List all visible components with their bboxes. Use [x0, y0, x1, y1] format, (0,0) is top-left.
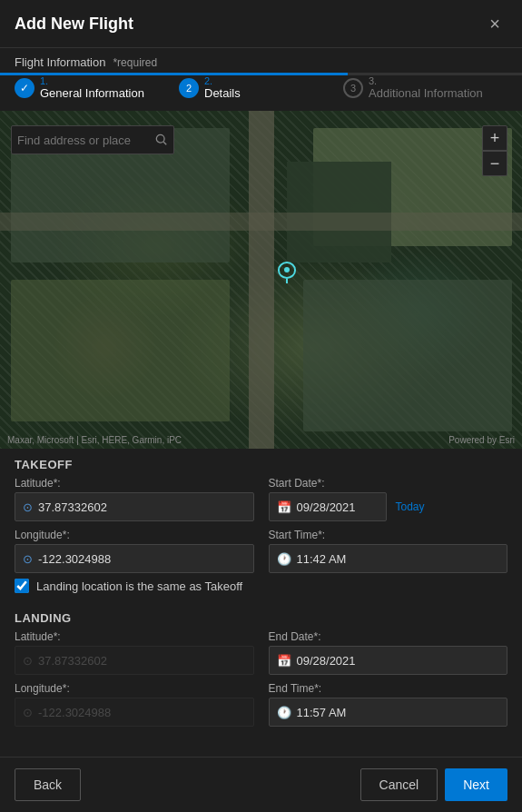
start-date-field: Start Date*: 📅 09/28/2021 Today: [269, 477, 508, 521]
end-time-input-wrapper[interactable]: 🕐 11:57 AM: [269, 698, 508, 727]
step-2[interactable]: 2 2. Details: [179, 75, 343, 104]
start-date-value: 09/28/2021: [297, 500, 356, 514]
takeoff-row-1: Latitude*: ⊙ Longitude*: ⊙: [15, 477, 507, 573]
step-1[interactable]: ✓ 1. General Information: [15, 75, 179, 104]
landing-longitude-input: [38, 706, 246, 719]
map-attribution-right: Powered by Esri: [448, 435, 515, 445]
landing-longitude-input-wrapper: ⊙: [15, 698, 254, 727]
map-search-input[interactable]: [17, 134, 152, 147]
calendar-icon-2: 📅: [277, 654, 291, 668]
step-1-name: General Information: [40, 86, 144, 100]
close-button[interactable]: ×: [482, 11, 507, 36]
zoom-in-button[interactable]: +: [482, 125, 507, 151]
cancel-button[interactable]: Cancel: [360, 768, 438, 801]
location-icon-2: ⊙: [23, 552, 33, 566]
location-icon-3: ⊙: [23, 654, 33, 668]
takeoff-longitude-label: Longitude*:: [15, 529, 254, 541]
takeoff-latitude-input-wrapper[interactable]: ⊙: [15, 492, 254, 521]
steps-row: ✓ 1. General Information 2 2. Details 3 …: [0, 75, 522, 111]
form-area: TAKEOFF Latitude*: ⊙ Longitude*: ⊙: [0, 449, 522, 757]
step-1-indicator: ✓: [15, 78, 34, 98]
step-2-name: Details: [204, 86, 241, 100]
zoom-out-button[interactable]: −: [482, 151, 507, 176]
landing-latitude-label: Latitude*:: [15, 630, 254, 643]
clock-icon-2: 🕐: [277, 706, 291, 719]
map-zoom-controls: + −: [482, 125, 507, 176]
end-date-value: 09/28/2021: [297, 654, 356, 668]
takeoff-longitude-input[interactable]: [38, 552, 246, 566]
landing-row-1: Latitude*: ⊙ Longitude*: ⊙: [15, 630, 507, 727]
step-3[interactable]: 3 3. Additional Information: [343, 75, 507, 104]
modal-footer: Back Cancel Next: [0, 757, 522, 812]
flight-info-label: Flight Information: [15, 55, 105, 69]
search-icon: [155, 134, 168, 146]
step-2-indicator: 2: [179, 78, 199, 98]
takeoff-longitude-field: Longitude*: ⊙: [15, 529, 254, 573]
start-time-value: 11:42 AM: [297, 552, 347, 566]
next-button[interactable]: Next: [445, 768, 507, 801]
takeoff-latitude-input[interactable]: [38, 500, 246, 514]
takeoff-latitude-field: Latitude*: ⊙: [15, 477, 254, 521]
landing-latitude-input: [38, 654, 246, 668]
landing-latitude-input-wrapper: ⊙: [15, 646, 254, 675]
takeoff-latitude-label: Latitude*:: [15, 477, 254, 490]
step-3-indicator: 3: [343, 78, 363, 98]
svg-line-1: [163, 142, 166, 144]
same-location-label: Landing location is the same as Takeoff: [36, 579, 242, 593]
start-time-input-wrapper[interactable]: 🕐 11:42 AM: [269, 544, 508, 573]
back-button[interactable]: Back: [15, 768, 81, 801]
start-time-field: Start Time*: 🕐 11:42 AM: [269, 529, 508, 573]
step-3-name: Additional Information: [369, 86, 483, 100]
end-date-input-wrapper[interactable]: 📅 09/28/2021: [269, 646, 508, 675]
modal: Add New Flight × Flight Information *req…: [0, 0, 522, 812]
end-date-field: End Date*: 📅 09/28/2021: [269, 630, 508, 675]
svg-point-0: [156, 134, 164, 143]
map-pin: [278, 262, 296, 283]
end-time-field: End Time*: 🕐 11:57 AM: [269, 682, 508, 727]
clock-icon: 🕐: [277, 552, 291, 566]
same-location-checkbox[interactable]: [15, 579, 29, 593]
required-label: *required: [113, 56, 157, 69]
search-icon-button[interactable]: [155, 134, 168, 146]
takeoff-section-header: TAKEOFF: [15, 449, 507, 477]
landing-longitude-label: Longitude*:: [15, 682, 254, 695]
calendar-icon: 📅: [277, 500, 291, 514]
step-1-num: 1.: [40, 75, 144, 86]
landing-longitude-field: Longitude*: ⊙: [15, 682, 254, 727]
end-date-label: End Date*:: [269, 630, 508, 643]
step-3-num: 3.: [369, 75, 483, 86]
landing-section-header: LANDING: [15, 602, 507, 630]
end-time-value: 11:57 AM: [297, 706, 347, 719]
footer-left: Back: [15, 768, 81, 801]
landing-latitude-field: Latitude*: ⊙: [15, 630, 254, 675]
start-time-label: Start Time*:: [269, 529, 508, 541]
step-2-num: 2.: [204, 75, 241, 86]
map-satellite: [0, 111, 522, 449]
location-icon-4: ⊙: [23, 706, 33, 719]
start-date-input-wrapper[interactable]: 📅 09/28/2021: [269, 492, 387, 521]
same-location-row: Landing location is the same as Takeoff: [15, 579, 507, 593]
footer-right: Cancel Next: [360, 768, 507, 801]
map-search-bar[interactable]: [11, 125, 174, 154]
location-icon: ⊙: [23, 500, 33, 514]
modal-header: Add New Flight ×: [0, 0, 522, 48]
today-link[interactable]: Today: [396, 500, 425, 513]
map-container[interactable]: + − Maxar, Microsoft | Esri, HERE, Garmi…: [0, 111, 522, 449]
end-time-label: End Time*:: [269, 682, 508, 695]
map-attribution-left: Maxar, Microsoft | Esri, HERE, Garmin, i…: [7, 435, 182, 445]
flight-info-row: Flight Information *required: [0, 48, 522, 73]
takeoff-longitude-input-wrapper[interactable]: ⊙: [15, 544, 254, 573]
modal-title: Add New Flight: [15, 15, 133, 34]
start-date-label: Start Date*:: [269, 477, 508, 490]
map-bg: [0, 111, 522, 449]
